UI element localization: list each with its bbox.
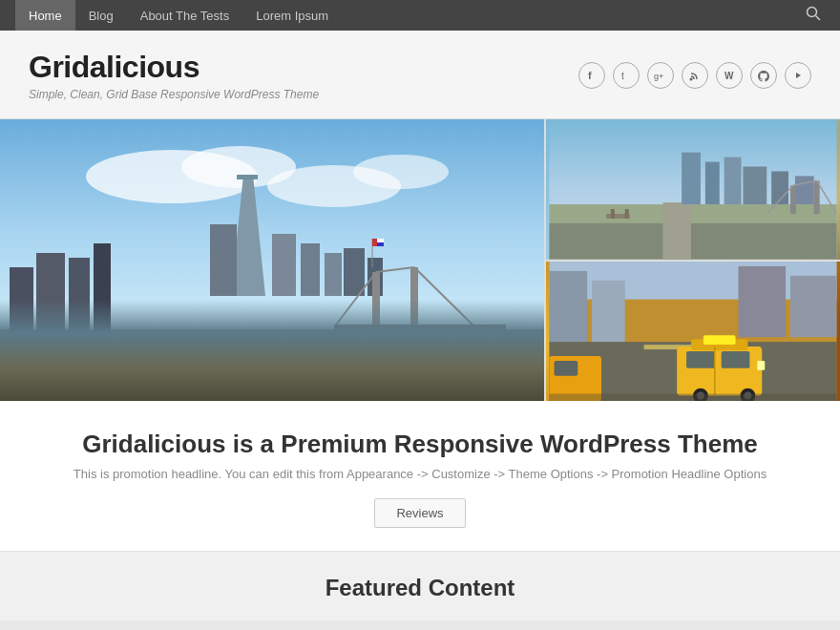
svg-rect-14 <box>10 267 33 334</box>
rss-icon[interactable] <box>682 62 708 89</box>
hero-section <box>0 119 840 401</box>
svg-rect-60 <box>790 275 837 336</box>
svg-rect-15 <box>36 253 65 334</box>
svg-rect-54 <box>625 209 629 219</box>
svg-point-0 <box>808 8 817 17</box>
svg-rect-39 <box>550 223 837 260</box>
svg-rect-17 <box>94 243 111 334</box>
svg-rect-44 <box>743 166 766 204</box>
featured-title: Featured Content <box>19 575 821 601</box>
svg-line-28 <box>334 272 376 327</box>
svg-rect-31 <box>334 325 506 332</box>
svg-line-29 <box>376 267 414 272</box>
svg-rect-24 <box>344 248 365 296</box>
featured-section: Featured Content <box>0 552 840 620</box>
site-subtitle: Simple, Clean, Grid Base Responsive Word… <box>29 88 319 101</box>
hero-main-image <box>0 119 544 401</box>
nav-links: Home Blog About The Tests Lorem Ipsum <box>15 0 342 31</box>
svg-rect-16 <box>69 258 90 334</box>
nav-home[interactable]: Home <box>15 0 75 31</box>
svg-point-5 <box>690 78 693 81</box>
svg-rect-76 <box>550 393 837 401</box>
svg-rect-47 <box>790 185 796 214</box>
promo-headline: Gridalicious is a Premium Responsive Wor… <box>19 430 821 459</box>
svg-rect-36 <box>377 242 384 246</box>
site-title: Gridalicious <box>29 50 319 85</box>
svg-rect-67 <box>704 335 736 345</box>
svg-rect-43 <box>724 158 742 204</box>
svg-text:W: W <box>724 71 734 81</box>
svg-rect-34 <box>372 239 384 246</box>
github-icon[interactable] <box>750 62 777 89</box>
svg-line-1 <box>816 16 821 21</box>
svg-rect-35 <box>377 239 384 242</box>
search-icon[interactable] <box>802 2 825 29</box>
facebook-icon[interactable]: f <box>578 62 605 89</box>
svg-rect-64 <box>686 351 715 368</box>
promo-subtext: This is promotion headline. You can edit… <box>19 467 821 481</box>
nav-about[interactable]: About The Tests <box>127 0 242 31</box>
svg-rect-57 <box>550 270 588 346</box>
svg-rect-22 <box>301 243 320 296</box>
svg-line-30 <box>414 267 477 329</box>
svg-rect-23 <box>325 253 342 296</box>
svg-point-12 <box>353 155 449 189</box>
google-plus-icon[interactable]: g+ <box>647 62 674 89</box>
svg-text:t: t <box>621 71 624 81</box>
promo-section: Gridalicious is a Premium Responsive Wor… <box>0 401 840 552</box>
svg-rect-40 <box>662 202 691 259</box>
hero-top-right-image <box>544 119 840 261</box>
twitter-icon[interactable]: t <box>613 62 640 89</box>
main-navigation: Home Blog About The Tests Lorem Ipsum <box>0 0 840 31</box>
svg-rect-59 <box>739 265 786 336</box>
reviews-button[interactable]: Reviews <box>374 498 465 528</box>
site-header: Gridalicious Simple, Clean, Grid Base Re… <box>0 31 840 119</box>
svg-rect-25 <box>368 258 383 296</box>
wordpress-icon[interactable]: W <box>716 62 743 89</box>
svg-rect-65 <box>722 351 750 368</box>
nav-blog[interactable]: Blog <box>75 0 127 31</box>
social-icons: f t g+ W <box>578 62 811 89</box>
svg-rect-58 <box>592 280 625 346</box>
svg-rect-32 <box>0 339 544 401</box>
svg-rect-26 <box>372 272 380 329</box>
svg-rect-53 <box>611 209 615 219</box>
svg-rect-72 <box>757 360 765 369</box>
svg-rect-13 <box>0 329 544 401</box>
site-branding: Gridalicious Simple, Clean, Grid Base Re… <box>29 50 319 101</box>
svg-rect-48 <box>814 180 820 214</box>
nav-lorem[interactable]: Lorem Ipsum <box>242 0 342 31</box>
svg-rect-19 <box>237 175 258 179</box>
svg-marker-7 <box>796 73 801 78</box>
hero-bottom-right-image <box>544 261 840 402</box>
youtube-icon[interactable] <box>785 62 811 89</box>
svg-text:g+: g+ <box>654 72 663 81</box>
svg-rect-46 <box>795 176 814 204</box>
svg-rect-41 <box>682 153 701 204</box>
svg-rect-20 <box>210 224 237 296</box>
svg-rect-21 <box>272 234 296 296</box>
svg-rect-27 <box>410 267 418 329</box>
svg-text:f: f <box>588 70 592 81</box>
svg-rect-74 <box>554 360 578 375</box>
svg-rect-42 <box>705 162 720 205</box>
